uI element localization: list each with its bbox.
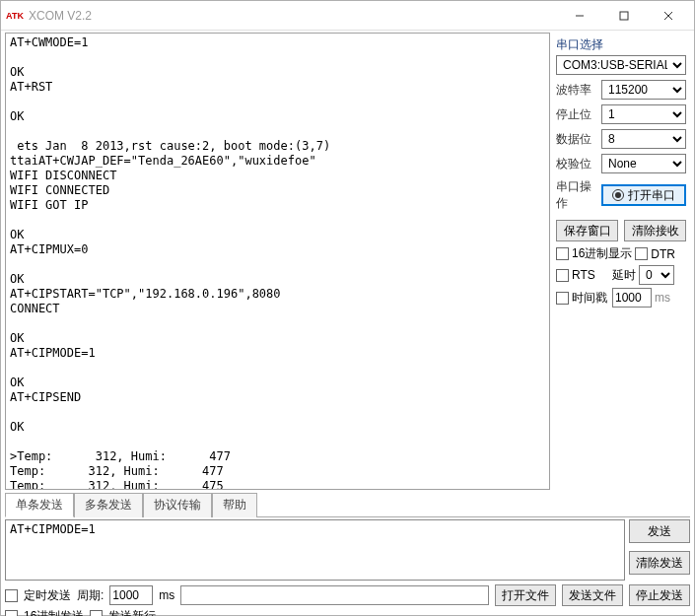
open-file-button[interactable]: 打开文件 bbox=[495, 584, 556, 606]
schedule-checkbox[interactable] bbox=[5, 589, 18, 602]
stop-label: 停止位 bbox=[556, 106, 601, 123]
delay-select[interactable]: 0 bbox=[639, 265, 674, 285]
minimize-button[interactable] bbox=[557, 2, 601, 30]
save-window-button[interactable]: 保存窗口 bbox=[556, 220, 618, 241]
newline-checkbox[interactable] bbox=[90, 610, 103, 616]
rts-label: RTS bbox=[572, 268, 609, 282]
timestamp-label: 时间戳 bbox=[572, 290, 609, 307]
dtr-label: DTR bbox=[651, 247, 675, 261]
close-button[interactable] bbox=[646, 2, 690, 30]
hexsend-checkbox[interactable] bbox=[5, 610, 18, 616]
clear-recv-button[interactable]: 清除接收 bbox=[624, 220, 686, 241]
send-file-button[interactable]: 发送文件 bbox=[562, 584, 623, 606]
baud-label: 波特率 bbox=[556, 82, 601, 99]
timestamp-unit: ms bbox=[655, 291, 670, 305]
app-logo-icon: ATK bbox=[5, 8, 25, 24]
send-button[interactable]: 发送 bbox=[629, 519, 690, 543]
side-panel: 串口选择 COM3:USB-SERIAL 波特率115200 停止位1 数据位8… bbox=[554, 31, 694, 492]
baud-select[interactable]: 115200 bbox=[601, 80, 686, 100]
open-port-button[interactable]: 打开串口 bbox=[601, 184, 686, 206]
svg-rect-1 bbox=[620, 12, 628, 20]
serial-section-title: 串口选择 bbox=[556, 36, 686, 53]
period-input[interactable] bbox=[109, 585, 153, 605]
clear-send-button[interactable]: 清除发送 bbox=[629, 551, 690, 575]
newline-label: 发送新行 bbox=[108, 608, 156, 616]
window-title: XCOM V2.2 bbox=[29, 9, 557, 23]
data-label: 数据位 bbox=[556, 131, 601, 148]
send-input[interactable]: AT+CIPMODE=1 bbox=[5, 519, 625, 581]
open-port-text: 打开串口 bbox=[628, 187, 675, 204]
tab-protocol[interactable]: 协议传输 bbox=[143, 493, 212, 517]
stop-select[interactable]: 1 bbox=[601, 104, 686, 124]
parity-label: 校验位 bbox=[556, 156, 601, 172]
parity-select[interactable]: None bbox=[601, 154, 686, 173]
period-label: 周期: bbox=[77, 587, 104, 604]
schedule-label: 定时发送 bbox=[24, 587, 71, 604]
port-select[interactable]: COM3:USB-SERIAL bbox=[556, 55, 686, 75]
rts-checkbox[interactable] bbox=[556, 269, 569, 282]
stop-send-button[interactable]: 停止发送 bbox=[629, 584, 690, 606]
tab-multi-send[interactable]: 多条发送 bbox=[74, 493, 143, 517]
timestamp-checkbox[interactable] bbox=[556, 292, 569, 305]
app-window: ATK XCOM V2.2 AT+CWMODE=1 OK AT+RST OK e… bbox=[0, 0, 695, 616]
radio-dot-icon bbox=[612, 189, 624, 201]
tab-bar: 单条发送 多条发送 协议传输 帮助 bbox=[5, 492, 690, 517]
dtr-checkbox[interactable] bbox=[635, 247, 648, 260]
hex-checkbox[interactable] bbox=[556, 247, 569, 260]
hexsend-label: 16进制发送 bbox=[24, 608, 84, 616]
period-unit: ms bbox=[159, 588, 174, 602]
hex-label: 16进制显示 bbox=[572, 245, 632, 262]
delay-label: 延时 bbox=[612, 267, 636, 284]
timestamp-input[interactable] bbox=[612, 288, 652, 308]
tab-single-send[interactable]: 单条发送 bbox=[5, 493, 74, 517]
maximize-button[interactable] bbox=[601, 2, 646, 30]
file-path-input[interactable] bbox=[180, 585, 489, 605]
op-label: 串口操作 bbox=[556, 178, 601, 212]
titlebar: ATK XCOM V2.2 bbox=[1, 1, 694, 31]
data-select[interactable]: 8 bbox=[601, 129, 686, 149]
tab-help[interactable]: 帮助 bbox=[212, 493, 257, 517]
console-output: AT+CWMODE=1 OK AT+RST OK ets Jan 8 2013,… bbox=[5, 33, 550, 490]
